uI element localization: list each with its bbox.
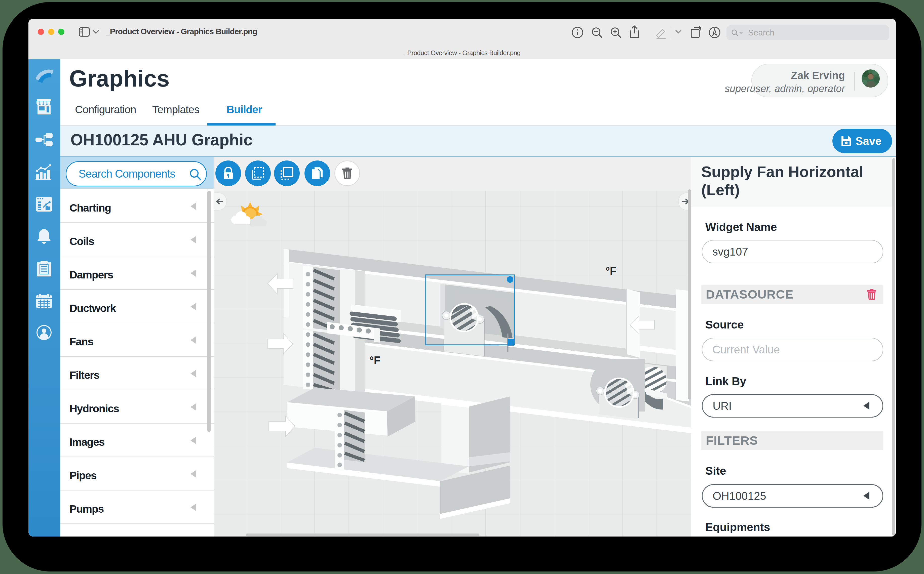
svg-text:°F: °F [370, 354, 381, 366]
svg-text:°F: °F [605, 265, 616, 277]
